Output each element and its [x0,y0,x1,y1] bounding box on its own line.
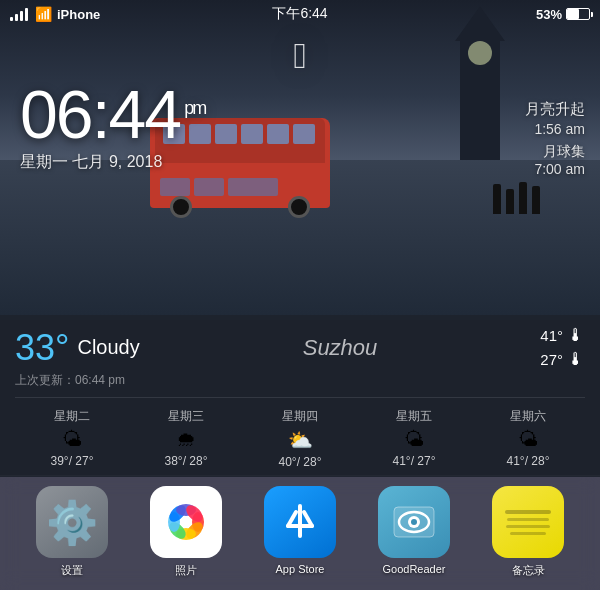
apple-logo:  [293,35,306,77]
app-label-notes: 备忘录 [512,563,545,578]
photos-icon [150,486,222,558]
moon-rise-time: 1:56 am [525,121,585,137]
forecast-day-icon: 🌤 [518,428,538,451]
moon-set-label: 月球集 [525,143,585,161]
app-label-photos: 照片 [175,563,197,578]
battery-percent: 53% [536,7,562,22]
clock-time: 06:44pm [20,80,205,148]
app-label-settings: 设置 [61,563,83,578]
forecast-day-label: 星期六 [510,408,546,425]
forecast-day: 星期四 ⛅ 40°/ 28° [243,408,357,469]
weather-desc: Cloudy [77,336,139,359]
forecast-day: 星期五 🌤 41°/ 27° [357,408,471,469]
bigben-tower [460,36,500,176]
svg-point-8 [180,516,192,528]
dock-icons: ⚙️ 设置 照片 App Store GoodReader [15,486,585,578]
appstore-icon [264,486,336,558]
settings-icon: ⚙️ [36,486,108,558]
weather-left: 33° Cloudy [15,327,140,369]
dock-item-notes[interactable]: 备忘录 [492,486,564,578]
status-time: 下午6:44 [272,5,327,23]
forecast-row: 星期二 🌤 39°/ 27° 星期三 🌧 38°/ 28° 星期四 ⛅ 40°/… [15,397,585,477]
dock: ⚙️ 设置 照片 App Store GoodReader [0,475,600,590]
weather-update: 上次更新：06:44 pm [15,372,585,389]
signal-bar-1 [10,17,13,21]
clock-date: 星期一 七月 9, 2018 [20,152,205,173]
forecast-day-temps: 39°/ 27° [51,454,94,468]
svg-point-16 [411,519,417,525]
signal-bars [10,7,28,21]
forecast-day-icon: 🌧 [176,428,196,451]
notes-icon [492,486,564,558]
dock-item-photos[interactable]: 照片 [150,486,222,578]
bigben-clock [468,41,492,65]
dock-item-goodreader[interactable]: GoodReader [378,486,450,578]
moon-set-time: 7:00 am [525,161,585,177]
signal-bar-3 [20,11,23,21]
app-label-goodreader: GoodReader [383,563,446,575]
battery-fill [567,9,579,19]
moon-rise-label: 月亮升起 [525,100,585,119]
bus-lower-windows [160,178,278,196]
forecast-day-icon: 🌤 [404,428,424,451]
forecast-day: 星期二 🌤 39°/ 27° [15,408,129,469]
status-left: 📶 iPhone [10,6,100,22]
forecast-day: 星期六 🌤 41°/ 28° [471,408,585,469]
forecast-day-label: 星期四 [282,408,318,425]
carrier-name: iPhone [57,7,100,22]
photos-svg [161,497,211,547]
forecast-day-temps: 38°/ 28° [165,454,208,468]
forecast-day-temps: 41°/ 27° [393,454,436,468]
goodreader-icon [378,486,450,558]
battery-icon [566,8,590,20]
signal-bar-4 [25,8,28,21]
forecast-day-icon: 🌤 [62,428,82,451]
forecast-day: 星期三 🌧 38°/ 28° [129,408,243,469]
forecast-day-label: 星期五 [396,408,432,425]
svg-line-11 [288,512,296,526]
weather-low: 27° 🌡 [540,349,585,370]
temp-low-icon: 🌡 [567,349,585,370]
bus-wheel-right [288,196,310,218]
forecast-day-temps: 40°/ 28° [279,455,322,469]
bus-wheel-left [170,196,192,218]
forecast-day-label: 星期二 [54,408,90,425]
weather-main: 33° Cloudy Suzhou 41° 🌡 27° 🌡 [15,325,585,370]
forecast-day-temps: 41°/ 28° [507,454,550,468]
weather-temp: 33° [15,327,69,369]
moon-info: 月亮升起 1:56 am 月球集 7:00 am [525,100,585,177]
pedestrians [493,182,540,214]
weather-high: 41° 🌡 [540,325,585,346]
dock-item-settings[interactable]: ⚙️ 设置 [36,486,108,578]
temp-high-icon: 🌡 [567,325,585,346]
forecast-day-label: 星期三 [168,408,204,425]
dock-item-appstore[interactable]: App Store [264,486,336,578]
status-right: 53% [536,7,590,22]
clock-ampm: pm [184,98,205,118]
wifi-icon: 📶 [35,6,52,22]
signal-bar-2 [15,14,18,21]
app-label-appstore: App Store [276,563,325,575]
status-bar: 📶 iPhone 下午6:44 53% [0,0,600,28]
weather-widget: 33° Cloudy Suzhou 41° 🌡 27° 🌡 上次更新：06:44… [0,315,600,477]
weather-city: Suzhou [140,335,541,361]
time-display: 06:44pm 星期一 七月 9, 2018 [20,80,205,173]
weather-right: 41° 🌡 27° 🌡 [540,325,585,370]
forecast-day-icon: ⛅ [288,428,313,452]
svg-line-12 [304,512,312,526]
